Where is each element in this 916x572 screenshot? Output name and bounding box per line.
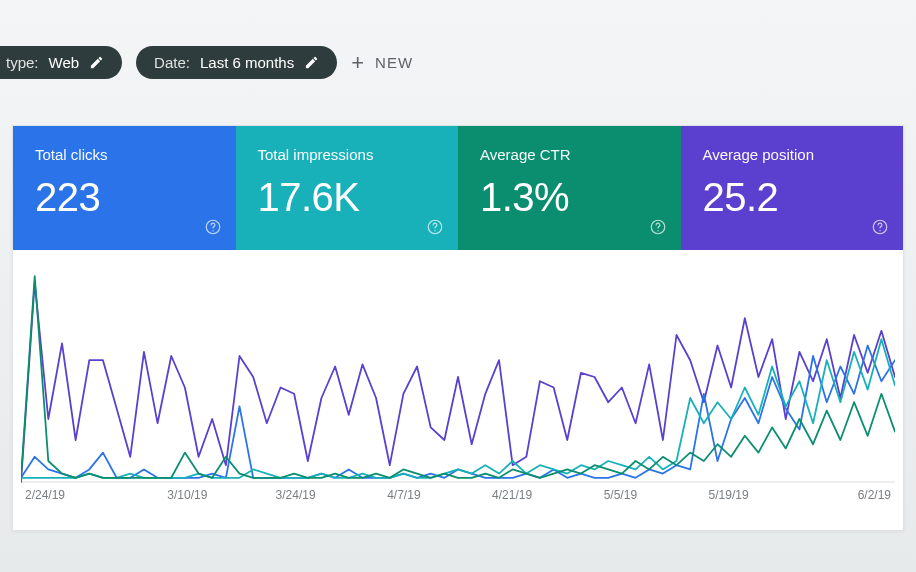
plus-icon: + — [351, 50, 365, 76]
help-icon[interactable] — [426, 218, 444, 236]
svg-point-7 — [879, 230, 880, 231]
x-axis-tick: 6/2/19 — [783, 488, 891, 502]
chip-key: Date: — [154, 54, 190, 71]
svg-point-1 — [212, 230, 213, 231]
metric-label: Average CTR — [480, 146, 659, 163]
metric-tile-position[interactable]: Average position 25.2 — [681, 126, 904, 250]
help-icon[interactable] — [649, 218, 667, 236]
svg-point-3 — [434, 230, 435, 231]
metric-label: Total impressions — [258, 146, 437, 163]
metric-value: 1.3% — [480, 175, 659, 220]
filter-chip-bar: type: Web Date: Last 6 months + NEW — [0, 0, 916, 79]
metric-label: Total clicks — [35, 146, 214, 163]
x-axis-tick: 4/7/19 — [350, 488, 458, 502]
x-axis-tick: 4/21/19 — [458, 488, 566, 502]
x-axis-tick: 5/19/19 — [675, 488, 783, 502]
metric-tile-ctr[interactable]: Average CTR 1.3% — [458, 126, 681, 250]
timeseries-chart: 2/24/193/10/193/24/194/7/194/21/195/5/19… — [13, 250, 903, 530]
help-icon[interactable] — [204, 218, 222, 236]
metric-value: 223 — [35, 175, 214, 220]
x-axis-labels: 2/24/193/10/193/24/194/7/194/21/195/5/19… — [21, 484, 895, 502]
filter-chip-date[interactable]: Date: Last 6 months — [136, 46, 337, 79]
help-icon[interactable] — [871, 218, 889, 236]
x-axis-tick: 3/10/19 — [133, 488, 241, 502]
chart-series-position — [21, 283, 895, 483]
metric-tile-clicks[interactable]: Total clicks 223 — [13, 126, 236, 250]
x-axis-tick: 2/24/19 — [25, 488, 133, 502]
chip-value: Web — [49, 54, 80, 71]
metric-label: Average position — [703, 146, 882, 163]
metric-value: 25.2 — [703, 175, 882, 220]
chart-series-clicks — [21, 346, 895, 478]
pencil-icon — [89, 55, 104, 70]
pencil-icon — [304, 55, 319, 70]
x-axis-tick: 5/5/19 — [566, 488, 674, 502]
filter-chip-search-type[interactable]: type: Web — [0, 46, 122, 79]
chip-key: type: — [6, 54, 39, 71]
add-filter-button[interactable]: + NEW — [351, 50, 413, 76]
svg-point-5 — [657, 230, 658, 231]
metric-tile-impressions[interactable]: Total impressions 17.6K — [236, 126, 459, 250]
x-axis-tick: 3/24/19 — [242, 488, 350, 502]
chip-value: Last 6 months — [200, 54, 294, 71]
chart-lines-svg — [21, 264, 895, 484]
metric-tiles: Total clicks 223 Total impressions 17.6K… — [13, 126, 903, 250]
metric-value: 17.6K — [258, 175, 437, 220]
performance-card: Total clicks 223 Total impressions 17.6K… — [12, 125, 904, 531]
add-filter-label: NEW — [375, 54, 413, 71]
